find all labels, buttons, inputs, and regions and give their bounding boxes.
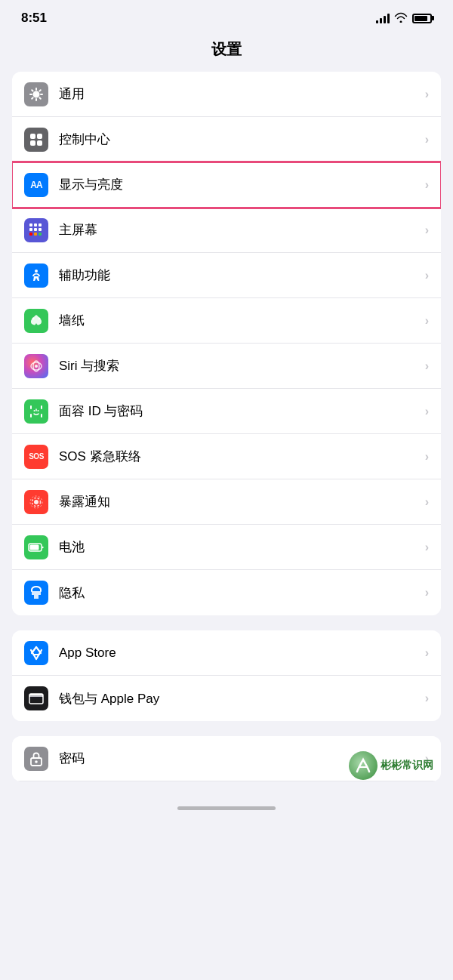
settings-row-sos[interactable]: SOS SOS 紧急联络 › [12,434,441,479]
display-label: 显示与亮度 [59,176,425,193]
appstore-chevron: › [425,646,429,660]
wallet-chevron: › [425,692,429,705]
svg-rect-10 [34,228,37,231]
privacy-chevron: › [425,586,429,599]
exposure-label: 暴露通知 [59,493,425,510]
appstore-icon [24,641,48,665]
svg-rect-2 [30,134,35,139]
watermark-logo [349,751,378,780]
siri-label: Siri 与搜索 [59,357,425,374]
control-center-label: 控制中心 [59,131,425,148]
settings-group-3: 密码 › 彬彬常识网 [12,736,441,781]
home-indicator [177,806,276,810]
wallpaper-label: 墙纸 [59,312,425,329]
svg-point-20 [35,365,38,368]
svg-point-34 [35,760,38,763]
settings-row-accessibility[interactable]: 辅助功能 › [12,253,441,298]
settings-row-general[interactable]: 通用 › [12,72,441,117]
status-icons [376,12,432,25]
faceid-label: 面容 ID 与密码 [59,402,425,420]
exposure-icon [24,490,48,514]
svg-rect-13 [34,233,37,236]
siri-chevron: › [425,359,429,373]
svg-rect-27 [30,544,39,550]
svg-rect-11 [39,228,42,231]
settings-row-siri[interactable]: Siri 与搜索 › [12,344,441,389]
svg-point-17 [39,317,41,319]
accessibility-chevron: › [425,269,429,282]
home-indicator-area [0,797,453,819]
sos-label: SOS 紧急联络 [59,448,425,465]
settings-group-1: 通用 › 控制中心 › AA 显示与亮度 › [12,72,441,615]
sos-chevron: › [425,450,429,464]
svg-rect-14 [39,233,42,236]
wallpaper-icon [24,309,48,333]
signal-icon [376,13,390,23]
watermark: 彬彬常识网 [349,751,433,780]
svg-rect-4 [30,140,35,146]
svg-rect-6 [29,223,32,227]
svg-point-16 [32,317,35,319]
status-time: 8:51 [21,11,47,26]
page-title: 设置 [0,32,453,72]
accessibility-label: 辅助功能 [59,267,425,284]
settings-row-wallpaper[interactable]: 墙纸 › [12,298,441,344]
passwords-icon [24,747,48,771]
svg-rect-32 [30,695,42,698]
svg-point-21 [34,410,35,411]
svg-rect-9 [29,228,32,231]
general-icon [24,82,48,106]
battery-icon-row [24,535,48,559]
status-bar: 8:51 [0,0,453,32]
sos-icon: SOS [24,445,48,469]
settings-group-2: App Store › 钱包与 Apple Pay › [12,630,441,721]
privacy-label: 隐私 [59,584,425,602]
siri-icon [24,354,48,378]
exposure-chevron: › [425,495,429,509]
wallet-label: 钱包与 Apple Pay [59,690,425,707]
general-chevron: › [425,88,429,101]
homescreen-chevron: › [425,223,429,237]
appstore-label: App Store [59,646,425,661]
svg-rect-12 [29,233,32,236]
svg-point-15 [35,270,38,273]
homescreen-icon [24,218,48,242]
svg-rect-7 [34,223,37,227]
display-chevron: › [425,178,429,192]
control-center-icon [24,128,48,152]
settings-row-display[interactable]: AA 显示与亮度 › [12,162,441,208]
homescreen-label: 主屏幕 [59,221,425,239]
faceid-chevron: › [425,405,429,418]
settings-row-battery[interactable]: 电池 › [12,525,441,570]
general-label: 通用 [59,85,425,103]
settings-row-control-center[interactable]: 控制中心 › [12,117,441,162]
settings-row-homescreen[interactable]: 主屏幕 › [12,208,441,253]
display-icon: AA [24,173,48,197]
settings-row-appstore[interactable]: App Store › [12,630,441,676]
control-center-chevron: › [425,133,429,146]
svg-rect-5 [37,140,42,146]
wallet-icon [24,686,48,710]
battery-label: 电池 [59,538,425,556]
svg-rect-8 [39,223,42,227]
wifi-icon [394,12,408,25]
wallpaper-chevron: › [425,314,429,328]
settings-row-faceid[interactable]: 面容 ID 与密码 › [12,389,441,434]
accessibility-icon [24,263,48,288]
settings-row-privacy[interactable]: 隐私 › [12,570,441,615]
settings-row-wallet[interactable]: 钱包与 Apple Pay › [12,676,441,721]
svg-point-22 [38,410,39,411]
svg-rect-3 [37,134,42,139]
battery-chevron: › [425,541,429,554]
privacy-icon [24,581,48,605]
settings-row-exposure[interactable]: 暴露通知 › [12,479,441,525]
faceid-icon [24,399,48,424]
watermark-text: 彬彬常识网 [381,759,433,772]
svg-point-23 [34,500,39,504]
battery-icon [412,14,432,23]
